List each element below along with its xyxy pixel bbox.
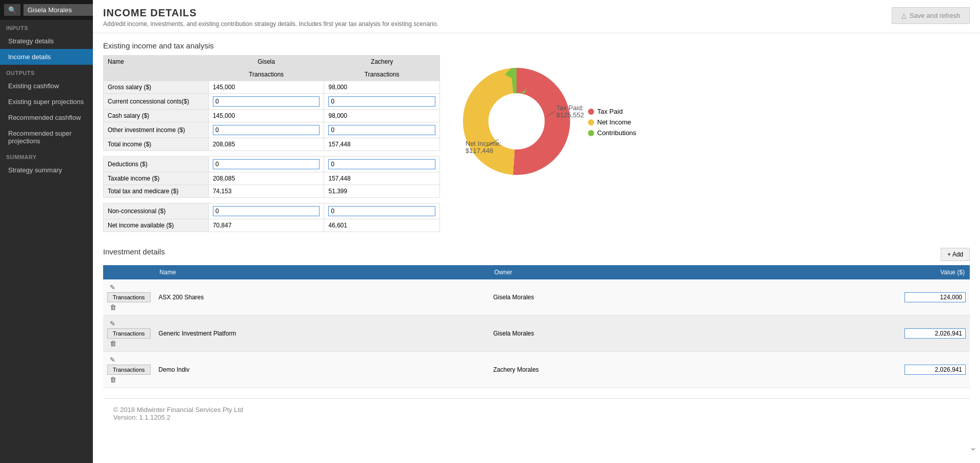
add-investment-button[interactable]: + Add: [941, 248, 970, 261]
delete-investment-button[interactable]: 🗑: [107, 339, 119, 348]
row-zachery-value: 98,000: [324, 81, 440, 94]
zachery-input[interactable]: [328, 206, 435, 216]
table-row: Net income available ($) 70,847 46,601: [104, 219, 440, 232]
tax-paid-chart-value: $125,552: [556, 111, 584, 119]
row-zachery-value: 46,601: [324, 219, 440, 232]
table-row: Current concessional conts($): [104, 94, 440, 110]
delete-investment-button[interactable]: 🗑: [107, 302, 119, 312]
transactions-button[interactable]: Transactions: [107, 328, 151, 339]
inv-value-input[interactable]: [904, 365, 966, 375]
investment-section: Investment details + Add Name Owner Valu…: [103, 247, 970, 388]
inv-owner: Gisela Morales: [489, 316, 699, 352]
sidebar-item-recommended-super[interactable]: Recommended super projections: [0, 125, 93, 149]
table-row: Deductions ($): [104, 157, 440, 172]
sidebar-item-existing-super[interactable]: Existing super projections: [0, 94, 93, 110]
row-label: Non-concessional ($): [104, 203, 209, 219]
col-inv-name-header: Name: [155, 265, 489, 279]
table-row: Total income ($) 208,085 157,448: [104, 138, 440, 151]
warning-icon: △: [901, 12, 906, 19]
sidebar-item-income-details[interactable]: Income details: [0, 49, 93, 65]
save-refresh-button[interactable]: △ Save and refresh: [892, 7, 970, 24]
footer: © 2018 Midwinter Financial Services Pty …: [103, 398, 970, 428]
inv-value[interactable]: [699, 352, 970, 388]
donut-chart: Net Income: $117,448 Tax Paid: $125,552: [460, 65, 573, 179]
row-label: Total tax and medicare ($): [104, 185, 209, 198]
edit-investment-button[interactable]: ✎: [107, 282, 118, 292]
zachery-input[interactable]: [328, 159, 435, 169]
col-name-header: Name: [104, 56, 209, 68]
gisela-input[interactable]: [213, 125, 320, 135]
table-row: Gross salary ($) 145,000 98,000: [104, 81, 440, 94]
legend-contributions: Contributions: [588, 129, 636, 137]
row-gisela-value[interactable]: [208, 94, 324, 110]
transactions-button[interactable]: Transactions: [107, 292, 151, 302]
sidebar-item-strategy-details[interactable]: Strategy details: [0, 33, 93, 49]
row-label: Gross salary ($): [104, 81, 209, 94]
sidebar-item-strategy-summary[interactable]: Strategy summary: [0, 162, 93, 178]
row-gisela-value: 145,000: [208, 110, 324, 122]
investment-table: Name Owner Value ($) ✎ Transactions 🗑 AS…: [103, 265, 970, 388]
col-actions-header: [103, 265, 155, 279]
net-income-chart-value: $117,448: [465, 147, 493, 155]
inv-name: Generic Investment Platform: [155, 316, 489, 352]
inv-value[interactable]: [699, 316, 970, 352]
inv-row-actions: ✎ Transactions 🗑: [103, 352, 155, 388]
table-row: Taxable income ($) 208,085 157,448: [104, 172, 440, 185]
inv-owner: Gisela Morales: [489, 279, 699, 316]
outputs-section-header: OUTPUTS: [0, 65, 93, 78]
row-label: Taxable income ($): [104, 172, 209, 185]
row-gisela-value[interactable]: [208, 157, 324, 172]
row-gisela-value[interactable]: [208, 203, 324, 219]
legend-label-contributions: Contributions: [597, 129, 636, 137]
scroll-indicator: ⌄: [969, 442, 977, 453]
gisela-input[interactable]: [213, 159, 320, 169]
delete-investment-button[interactable]: 🗑: [107, 375, 119, 384]
legend-label-tax: Tax Paid: [597, 108, 623, 115]
tax-paid-chart-label: Tax Paid:: [556, 104, 583, 112]
row-zachery-value[interactable]: [324, 94, 440, 110]
inv-value-input[interactable]: [904, 292, 966, 302]
row-zachery-value: 157,448: [324, 172, 440, 185]
inv-value[interactable]: [699, 279, 970, 316]
inv-value-input[interactable]: [904, 328, 966, 339]
row-zachery-value[interactable]: [324, 203, 440, 219]
table-row: Cash salary ($) 145,000 98,000: [104, 110, 440, 122]
content-area: Existing income and tax analysis Name Gi…: [93, 33, 980, 436]
donut-svg: Net Income: $117,448 Tax Paid: $125,552: [460, 65, 573, 177]
legend-dot-tax: [588, 109, 594, 115]
row-gisela-value[interactable]: [208, 122, 324, 138]
sidebar: 🔍 INPUTS Strategy details Income details…: [0, 0, 93, 463]
row-label: Other investment income ($): [104, 122, 209, 138]
edit-investment-button[interactable]: ✎: [107, 319, 118, 328]
chart-wrapper: Net Income: $117,448 Tax Paid: $125,552 …: [460, 65, 636, 179]
investment-row: ✎ Transactions 🗑 Generic Investment Plat…: [103, 316, 970, 352]
row-label: Deductions ($): [104, 157, 209, 172]
table-row: Other investment income ($): [104, 122, 440, 138]
chart-container: Net Income: $117,448 Tax Paid: $125,552 …: [460, 55, 970, 179]
inv-owner: Zachery Morales: [489, 352, 699, 388]
footer-copyright: © 2018 Midwinter Financial Services Pty …: [113, 406, 960, 414]
edit-investment-button[interactable]: ✎: [107, 355, 118, 365]
transactions-button[interactable]: Transactions: [107, 365, 151, 375]
col-transactions-label: [104, 68, 209, 81]
investment-header: Investment details + Add: [103, 247, 970, 261]
row-gisela-value: 70,847: [208, 219, 324, 232]
gisela-input[interactable]: [213, 206, 320, 216]
sidebar-item-existing-cashflow[interactable]: Existing cashflow: [0, 78, 93, 94]
page-title: INCOME DETAILS: [103, 7, 438, 19]
summary-section-header: SUMMARY: [0, 149, 93, 162]
zachery-input[interactable]: [328, 125, 435, 135]
save-refresh-label: Save and refresh: [910, 12, 960, 19]
row-zachery-value[interactable]: [324, 157, 440, 172]
gisela-input[interactable]: [213, 96, 320, 107]
row-zachery-value[interactable]: [324, 122, 440, 138]
inv-row-actions: ✎ Transactions 🗑: [103, 316, 155, 352]
search-button[interactable]: 🔍: [4, 4, 20, 16]
zachery-input[interactable]: [328, 96, 435, 107]
inv-name: Demo Indiv: [155, 352, 489, 388]
row-label: Net income available ($): [104, 219, 209, 232]
sidebar-item-recommended-cashflow[interactable]: Recommended cashflow: [0, 110, 93, 125]
col-zachery-transactions: Transactions: [324, 68, 440, 81]
income-table-wrapper: Name Gisela Zachery Transactions Transac…: [103, 55, 970, 232]
legend-label-netincome: Net Income: [597, 118, 631, 126]
